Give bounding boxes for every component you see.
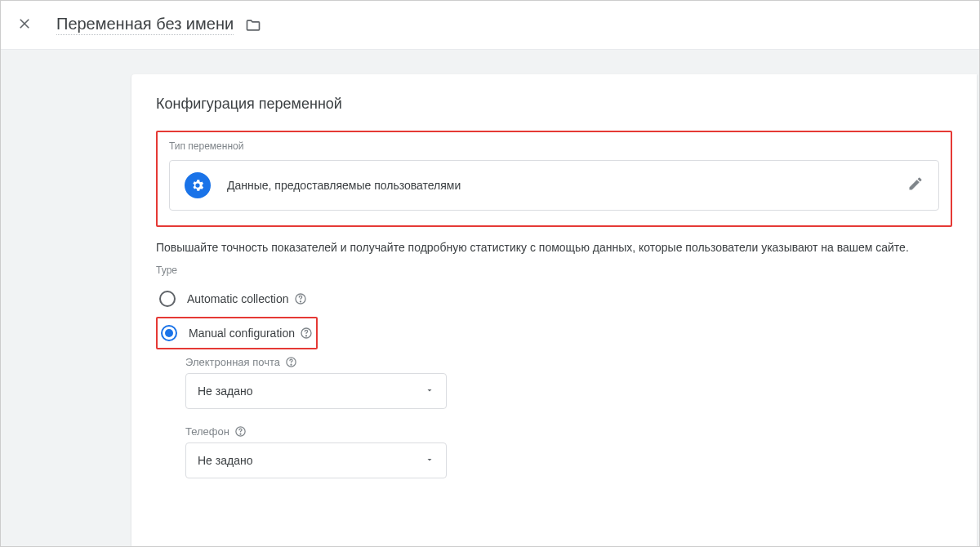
svg-point-7 bbox=[291, 365, 292, 366]
phone-select[interactable]: Не задано bbox=[185, 442, 447, 478]
page-title[interactable]: Переменная без имени bbox=[56, 15, 234, 35]
card-title: Конфигурация переменной bbox=[156, 96, 952, 113]
type-label: Type bbox=[156, 265, 952, 276]
workspace: Конфигурация переменной Тип переменной Д… bbox=[1, 50, 979, 546]
svg-point-3 bbox=[300, 301, 301, 302]
variable-type-section: Тип переменной Данные, предоставляемые п… bbox=[156, 131, 952, 227]
radio-group: Automatic collection Manual configuratio… bbox=[156, 284, 952, 478]
radio-manual[interactable]: Manual configuration bbox=[156, 317, 318, 349]
email-label: Электронная почта bbox=[185, 356, 280, 368]
folder-icon[interactable] bbox=[245, 17, 261, 33]
top-header: Переменная без имени bbox=[1, 1, 979, 50]
chevron-down-icon bbox=[425, 453, 434, 468]
help-icon[interactable] bbox=[300, 327, 313, 340]
variable-type-label: Тип переменной bbox=[169, 140, 939, 152]
phone-field-block: Телефон Не задано bbox=[185, 425, 952, 478]
phone-select-value: Не задано bbox=[198, 454, 252, 467]
gear-icon bbox=[185, 172, 211, 198]
svg-point-5 bbox=[305, 336, 306, 336]
svg-point-9 bbox=[240, 434, 241, 435]
help-icon[interactable] bbox=[234, 425, 247, 438]
manual-fields: Электронная почта Не задано bbox=[185, 356, 952, 478]
variable-type-selector[interactable]: Данные, предоставляемые пользователями bbox=[169, 160, 939, 211]
help-icon[interactable] bbox=[285, 356, 297, 368]
radio-automatic-label: Automatic collection bbox=[187, 292, 289, 305]
variable-type-name: Данные, предоставляемые пользователями bbox=[227, 179, 461, 192]
description-text: Повышайте точность показателей и получай… bbox=[156, 238, 952, 256]
email-select-value: Не задано bbox=[198, 385, 252, 398]
radio-checked-icon bbox=[161, 325, 177, 341]
email-select[interactable]: Не задано bbox=[185, 373, 447, 409]
radio-unchecked-icon bbox=[159, 291, 176, 307]
email-field-block: Электронная почта Не задано bbox=[185, 356, 952, 409]
radio-manual-label: Manual configuration bbox=[189, 327, 295, 340]
radio-automatic[interactable]: Automatic collection bbox=[156, 284, 952, 314]
help-icon[interactable] bbox=[294, 292, 307, 305]
chevron-down-icon bbox=[425, 384, 434, 398]
close-icon[interactable] bbox=[17, 15, 32, 36]
edit-pencil-icon[interactable] bbox=[907, 176, 924, 195]
phone-label: Телефон bbox=[185, 425, 229, 438]
config-card: Конфигурация переменной Тип переменной Д… bbox=[131, 74, 977, 546]
